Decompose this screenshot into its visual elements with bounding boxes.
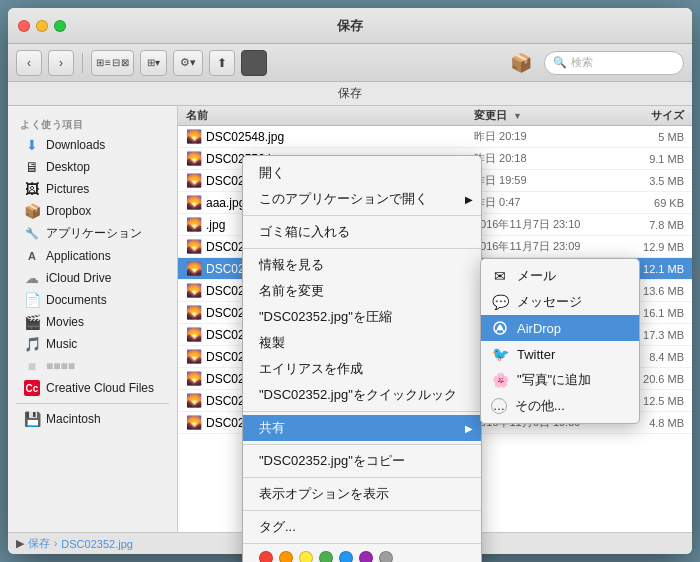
file-size: 69 KB	[614, 197, 684, 209]
titlebar: 保存	[8, 8, 692, 44]
tag-yellow[interactable]	[299, 551, 313, 562]
sidebar-item-pictures[interactable]: 🖼 Pictures	[12, 178, 173, 200]
sidebar-item-desktop[interactable]: 🖥 Desktop	[12, 156, 173, 178]
col-size-header: サイズ	[614, 108, 684, 123]
pathbar: 保存	[8, 82, 692, 106]
cov-view-icon: ⊠	[121, 57, 129, 68]
sidebar-divider	[16, 403, 169, 404]
desktop-icon: 🖥	[24, 159, 40, 175]
maximize-button[interactable]	[54, 20, 66, 32]
movies-icon: 🎬	[24, 314, 40, 330]
sidebar-item-movies[interactable]: 🎬 Movies	[12, 311, 173, 333]
breadcrumb-item: 保存	[28, 536, 50, 551]
forward-button[interactable]: ›	[48, 50, 74, 76]
sidebar-item-label: Pictures	[46, 182, 89, 196]
file-size: 7.8 MB	[614, 219, 684, 231]
applications-jp-icon: 🔧	[24, 226, 40, 242]
tag-purple[interactable]	[359, 551, 373, 562]
file-icon: 🌄	[186, 305, 202, 321]
context-item-duplicate[interactable]: 複製	[243, 330, 481, 356]
sidebar-item-unknown[interactable]: ■ ■■■■	[12, 355, 173, 377]
context-item-view-options[interactable]: 表示オプションを表示	[243, 481, 481, 507]
close-button[interactable]	[18, 20, 30, 32]
context-item-open-with[interactable]: このアプリケーションで開く ▶	[243, 186, 481, 212]
file-size: 12.9 MB	[614, 241, 684, 253]
file-icon: 🌄	[186, 173, 202, 189]
documents-icon: 📄	[24, 292, 40, 308]
airdrop-icon	[491, 319, 509, 337]
file-row[interactable]: 🌄 DSC02548.jpg 昨日 20:19 5 MB	[178, 126, 692, 148]
sidebar-item-label: Movies	[46, 315, 84, 329]
submenu-item-messages[interactable]: 💬 メッセージ	[481, 289, 639, 315]
more-icon: …	[491, 398, 507, 414]
sidebar-item-downloads[interactable]: ⬇ Downloads	[12, 134, 173, 156]
traffic-lights	[18, 20, 66, 32]
file-icon: 🌄	[186, 371, 202, 387]
context-item-trash[interactable]: ゴミ箱に入れる	[243, 219, 481, 245]
twitter-icon: 🐦	[491, 345, 509, 363]
macintosh-icon: 💾	[24, 411, 40, 427]
sidebar-item-documents[interactable]: 📄 Documents	[12, 289, 173, 311]
file-icon: 🌄	[186, 327, 202, 343]
sidebar-item-applications-jp[interactable]: 🔧 アプリケーション	[12, 222, 173, 245]
col-date-header: 変更日 ▼	[474, 108, 614, 123]
tag-green[interactable]	[319, 551, 333, 562]
context-item-open[interactable]: 開く	[243, 160, 481, 186]
tag-button[interactable]	[241, 50, 267, 76]
sidebar-item-creative-cloud[interactable]: Cc Creative Cloud Files	[12, 377, 173, 399]
submenu-item-twitter[interactable]: 🐦 Twitter	[481, 341, 639, 367]
context-item-compress[interactable]: "DSC02352.jpg"を圧縮	[243, 304, 481, 330]
context-separator	[243, 510, 481, 511]
view-icon-button[interactable]: ⊞ ≡ ⊟ ⊠	[91, 50, 134, 76]
context-separator	[243, 411, 481, 412]
minimize-button[interactable]	[36, 20, 48, 32]
sidebar-item-macintosh[interactable]: 💾 Macintosh	[12, 408, 173, 430]
tag-orange[interactable]	[279, 551, 293, 562]
arrange-button[interactable]: ⊞▾	[140, 50, 167, 76]
sidebar-item-label: Downloads	[46, 138, 105, 152]
context-item-share[interactable]: 共有 ▶	[243, 415, 481, 441]
file-icon: 🌄	[186, 239, 202, 255]
context-item-quicklook[interactable]: "DSC02352.jpg"をクイックルック	[243, 382, 481, 408]
sidebar-item-label: Applications	[46, 249, 111, 263]
sort-arrow: ▼	[513, 111, 522, 121]
breadcrumb-arrow: ›	[54, 538, 57, 549]
context-item-tags[interactable]: タグ...	[243, 514, 481, 540]
context-item-info[interactable]: 情報を見る	[243, 252, 481, 278]
action-button[interactable]: ⚙▾	[173, 50, 203, 76]
photos-icon: 🌸	[491, 371, 509, 389]
sidebar-item-music[interactable]: 🎵 Music	[12, 333, 173, 355]
pictures-icon: 🖼	[24, 181, 40, 197]
context-separator	[243, 215, 481, 216]
sidebar-item-label: Creative Cloud Files	[46, 381, 154, 395]
submenu-arrow-icon: ▶	[465, 194, 473, 205]
sidebar-item-icloud[interactable]: ☁ iCloud Drive	[12, 267, 173, 289]
context-item-copy[interactable]: "DSC02352.jpg"をコピー	[243, 448, 481, 474]
file-date: 2016年11月7日 23:10	[474, 217, 614, 232]
search-icon: 🔍	[553, 56, 567, 69]
context-separator	[243, 477, 481, 478]
context-separator	[243, 444, 481, 445]
context-item-rename[interactable]: 名前を変更	[243, 278, 481, 304]
search-box[interactable]: 🔍 検索	[544, 51, 684, 75]
submenu-item-photos[interactable]: 🌸 "写真"に追加	[481, 367, 639, 393]
sidebar-item-label: Dropbox	[46, 204, 91, 218]
file-date: 昨日 0:47	[474, 195, 614, 210]
sidebar-item-dropbox[interactable]: 📦 Dropbox	[12, 200, 173, 222]
submenu-item-mail[interactable]: ✉ メール	[481, 263, 639, 289]
tag-red[interactable]	[259, 551, 273, 562]
context-item-alias[interactable]: エイリアスを作成	[243, 356, 481, 382]
file-size: 9.1 MB	[614, 153, 684, 165]
share-button[interactable]: ⬆	[209, 50, 235, 76]
tag-blue[interactable]	[339, 551, 353, 562]
back-button[interactable]: ‹	[16, 50, 42, 76]
file-icon: 🌄	[186, 195, 202, 211]
submenu-item-more[interactable]: … その他...	[481, 393, 639, 419]
tag-gray[interactable]	[379, 551, 393, 562]
file-icon: 🌄	[186, 349, 202, 365]
creative-cloud-icon: Cc	[24, 380, 40, 396]
submenu-item-airdrop[interactable]: AirDrop	[481, 315, 639, 341]
file-icon: 🌄	[186, 151, 202, 167]
messages-icon: 💬	[491, 293, 509, 311]
sidebar-item-applications[interactable]: A Applications	[12, 245, 173, 267]
